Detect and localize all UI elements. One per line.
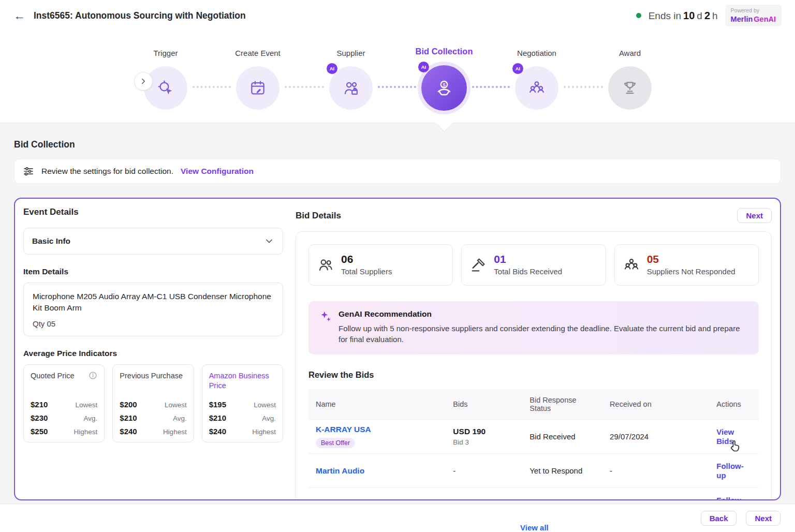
info-icon[interactable]	[89, 371, 97, 380]
back-button[interactable]: Back	[701, 511, 737, 526]
powered-by-label: Powered by	[731, 7, 776, 14]
calendar-edit-icon	[249, 79, 267, 97]
price-label: Highest	[74, 428, 98, 436]
genai-recommendation-banner: GenAI Recommendation Follow up with 5 no…	[308, 301, 759, 355]
basic-info-expander[interactable]: Basic Info	[23, 228, 283, 255]
review-bids-title: Review the Bids	[308, 370, 759, 380]
price-value: $210	[209, 413, 226, 422]
step-negotiation-label: Negotiation	[517, 49, 556, 57]
bid-note: Bid 3	[453, 438, 515, 446]
footer-bar: Back Next	[0, 504, 795, 532]
received-date: -	[602, 454, 709, 488]
event-details-panel: Event Details Basic Info Item Details Mi…	[23, 207, 283, 442]
price-label: Avg.	[84, 415, 98, 422]
stat-label: Total Bids Received	[494, 267, 562, 277]
bid-amount: -	[446, 454, 522, 488]
table-row: Martin Audio - Yet to Respond - Follow-u…	[308, 454, 759, 488]
bid-details-panel: Bid Details Next 06 Total Suppliers	[296, 208, 772, 500]
basic-info-label: Basic Info	[32, 237, 70, 246]
bid-details-title: Bid Details	[296, 211, 341, 221]
step-negotiation-circle[interactable]	[515, 66, 558, 110]
step-award-circle[interactable]	[608, 66, 652, 110]
step-trigger-label: Trigger	[154, 49, 178, 57]
item-qty: Qty 05	[33, 319, 274, 328]
price-card-previous: Previous Purchase $200Lowest $210Avg. $2…	[112, 364, 194, 442]
app-bar: ← Inst6565: Autonomous Sourcing with Neg…	[0, 0, 795, 31]
price-value: $240	[120, 427, 137, 436]
sparkles-icon	[319, 310, 332, 323]
event-details-title: Event Details	[23, 207, 283, 217]
avg-price-indicators-label: Average Price Indicators	[23, 349, 283, 358]
col-actions: Actions	[709, 389, 759, 420]
trigger-icon	[157, 79, 174, 97]
ends-hours: 2	[704, 10, 710, 22]
info-bar-text: Review the settings for bid collection.	[41, 167, 173, 176]
price-value: $210	[120, 413, 137, 422]
best-offer-badge: Best Offer	[316, 438, 355, 448]
price-indicator-cards: Quoted Price $210Lowest $230Avg. $250Hig…	[23, 364, 283, 442]
stepper-collapse-button[interactable]	[134, 72, 153, 91]
received-date: -	[602, 488, 709, 501]
price-label: Highest	[252, 428, 276, 436]
follow-up-link[interactable]: Follow-up	[716, 462, 744, 480]
price-label: Lowest	[254, 401, 276, 409]
brand-genai: GenAI	[754, 15, 776, 23]
bid-details-next-button[interactable]: Next	[737, 208, 772, 223]
price-value: $195	[209, 400, 226, 409]
item-card: Microphone M205 Audio Array AM-C1 USB Co…	[23, 283, 283, 336]
price-value: $210	[31, 400, 48, 409]
bid-amount: USD 190	[453, 427, 515, 436]
back-arrow-icon[interactable]: ←	[13, 10, 25, 22]
suppliers-icon	[342, 79, 360, 97]
app-bar-right: Ends in 10d 2h Powered by MerlinGenAI	[636, 5, 782, 26]
suppliers-group-icon	[623, 257, 640, 273]
bid-settings-info-bar: Review the settings for bid collection. …	[14, 159, 781, 184]
bid-stats: 06 Total Suppliers 01 Total Bids Receive…	[308, 244, 759, 286]
view-all-link[interactable]: View all	[520, 523, 549, 532]
hand-coin-icon: $	[435, 79, 453, 97]
price-label: Highest	[163, 428, 187, 436]
stat-label: Total Suppliers	[341, 267, 392, 277]
stat-not-responded: 05 Suppliers Not Responded	[614, 244, 759, 286]
stepper-connector	[564, 86, 603, 88]
amazon-business-price-link[interactable]: Amazon Business Price	[209, 371, 276, 395]
supplier-link[interactable]: K-ARRAY USA	[316, 425, 438, 434]
next-button[interactable]: Next	[746, 511, 781, 526]
price-card-amazon: Amazon Business Price $195Lowest $210Avg…	[202, 364, 283, 442]
table-row: AVMaxx - Yet to Respond - Follow-up	[308, 488, 759, 501]
price-card-title: Quoted Price	[31, 371, 75, 395]
price-label: Avg.	[262, 415, 276, 422]
step-bid-collection-circle[interactable]: $	[421, 65, 467, 111]
step-trigger-circle[interactable]	[144, 66, 187, 110]
brand-merlin: Merlin	[731, 15, 753, 23]
ends-days: 10	[683, 10, 695, 22]
step-supplier-label: Supplier	[336, 49, 365, 57]
powered-by-badge: Powered by MerlinGenAI	[725, 5, 782, 26]
supplier-link[interactable]: Martin Audio	[316, 466, 438, 476]
follow-up-link[interactable]: Follow-up	[716, 496, 744, 500]
bid-status: Yet to Respond	[522, 454, 602, 488]
ai-badge: AI	[327, 63, 337, 74]
received-date: 29/07/2024	[602, 420, 709, 454]
view-configuration-link[interactable]: View Configuration	[181, 167, 254, 176]
step-supplier-circle[interactable]	[329, 66, 373, 110]
hand-pointer-cursor-icon	[728, 438, 742, 453]
bid-amount: -	[446, 488, 522, 501]
ends-days-unit: d	[697, 10, 702, 22]
stat-value: 01	[494, 253, 562, 265]
trophy-icon	[621, 79, 639, 97]
price-card-quoted: Quoted Price $210Lowest $230Avg. $250Hig…	[23, 364, 105, 442]
chevron-right-icon	[139, 77, 148, 86]
price-card-title: Previous Purchase	[120, 371, 183, 395]
item-name: Microphone M205 Audio Array AM-C1 USB Co…	[33, 291, 274, 314]
ends-in-label: Ends in	[649, 10, 681, 22]
top-header-region: ← Inst6565: Autonomous Sourcing with Neg…	[0, 0, 795, 123]
step-create-event-circle[interactable]	[236, 66, 279, 110]
price-label: Lowest	[76, 401, 98, 409]
price-value: $240	[209, 427, 226, 436]
bid-details-box: 06 Total Suppliers 01 Total Bids Receive…	[296, 231, 772, 500]
step-award-label: Award	[619, 49, 641, 57]
ends-in-countdown: Ends in 10d 2h	[649, 10, 718, 22]
item-details-label: Item Details	[23, 267, 283, 276]
bid-collection-card: Event Details Basic Info Item Details Mi…	[14, 198, 781, 500]
